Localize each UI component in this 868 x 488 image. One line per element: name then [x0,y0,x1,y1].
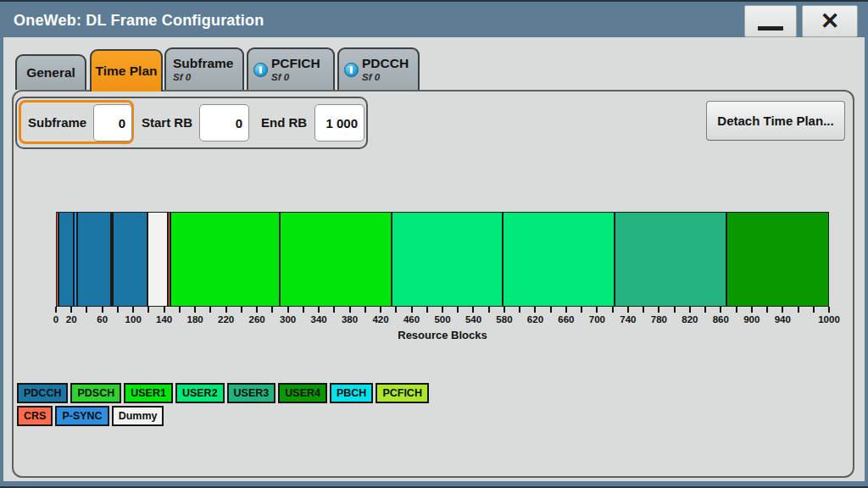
axis-tick-label: 540 [465,314,481,324]
axis-tick-label: 820 [682,314,698,324]
axis-tick-label: 220 [218,314,234,324]
chart-segment-user3 [615,212,726,307]
axis-tick [442,307,443,313]
window-title: OneWeb: DL Frame Configuration [14,3,264,37]
axis-tick [689,307,691,313]
close-icon: ✕ [821,10,840,33]
axis-tick [164,307,165,313]
tab-sublabel: Sf 0 [271,72,289,82]
axis-tick [225,307,227,313]
axis-tick [349,307,351,313]
tab-label: PCFICH [271,57,320,70]
axis-tick-label: 100 [125,314,142,324]
axis-tick [271,307,273,313]
axis-tick-label: 460 [403,314,420,324]
detach-time-plan-button[interactable]: Detach Time Plan... [706,101,845,141]
axis-tick [596,307,598,313]
axis-tick [287,307,289,313]
axis-tick-label: 780 [651,314,667,324]
x-axis-title: Resource Blocks [398,329,487,341]
tab-sublabel: Sf 0 [173,72,191,82]
axis-tick-label: 620 [527,314,543,324]
tab-general[interactable]: General [15,54,86,90]
legend-chip-pbch: PBCH [330,383,373,403]
axis-tick [782,307,783,313]
axis-tick [504,307,505,313]
axis-tick [798,307,799,313]
axis-tick [550,307,552,313]
chart-segment-user1 [170,212,281,307]
axis-tick [241,307,242,313]
axis-tick-label: 380 [342,314,358,324]
axis-tick-label: 940 [775,314,791,324]
axis-tick-label: 140 [156,314,172,324]
legend-chip-crs: CRS [17,406,53,426]
axis-tick [256,307,258,313]
axis-tick [364,307,366,313]
chart-segment-pdcch [113,212,147,307]
axis-tick [736,307,737,313]
legend-chip-pdsch: PDSCH [70,383,121,403]
end-rb-input[interactable]: 1 000 [314,104,364,141]
axis-tick [194,307,196,313]
end-rb-label: End RB [261,98,307,147]
subframe-controls-group: Subframe 0 Start RB 0 End RB 1 000 [15,97,368,149]
axis-tick-label: 500 [434,314,450,324]
axis-tick [704,307,706,313]
axis-tick-label: 180 [187,314,203,324]
legend-chip-pcfich: PCFICH [376,383,429,403]
close-button[interactable]: ✕ [802,5,858,37]
axis-tick [612,307,614,313]
axis-tick [411,307,413,313]
axis-tick-label: 1000 [818,314,840,324]
axis-tick [55,307,57,313]
tab-label: PDCCH [362,57,409,70]
axis-tick [147,307,149,313]
minimize-button[interactable] [744,5,797,37]
legend-row: CRSP-SYNCDummy [17,406,431,426]
tab-pcfich[interactable]: PCFICHSf 0 [247,47,335,90]
axis-tick [488,307,490,313]
tab-subframe[interactable]: SubframeSf 0 [164,47,244,90]
legend-chip-user1: USER1 [124,383,173,403]
start-rb-input[interactable]: 0 [199,104,249,141]
x-axis-labels: 0206010014018022026030034038042046050054… [56,314,829,327]
tab-pdcch[interactable]: PDCCHSf 0 [337,47,420,90]
info-icon [344,63,359,77]
chart-segment-user2 [503,212,615,307]
legend-chip-user4: USER4 [278,383,327,403]
subframe-label: Subframe [28,98,86,147]
axis-tick [395,307,397,313]
time-plan-panel: Subframe 0 Start RB 0 End RB 1 000 Detac… [12,90,854,478]
tab-label: General [26,65,75,80]
tab-time-plan[interactable]: Time Plan [90,49,163,92]
axis-tick [102,307,103,313]
legend-chip-user2: USER2 [175,383,225,403]
axis-tick [209,307,211,313]
dialog-window: OneWeb: DL Frame Configuration ✕ General… [0,0,868,488]
axis-tick-label: 420 [372,314,388,324]
chart-segment-pdcch [77,212,111,307]
axis-tick-label: 340 [310,314,326,324]
axis-tick-label: 0 [53,314,58,324]
tab-sublabel: Sf 0 [362,72,380,82]
axis-tick [766,307,768,313]
axis-tick-label: 260 [249,314,265,324]
chart-segment-pdcch [58,212,74,307]
subframe-input[interactable]: 0 [93,104,132,141]
axis-tick [627,307,629,313]
axis-tick [581,307,582,313]
axis-tick-label: 580 [496,314,512,324]
chart-segment-user2 [392,212,503,307]
dialog-content: GeneralTime PlanSubframeSf 0PCFICHSf 0PD… [3,37,865,481]
start-rb-label: Start RB [142,98,192,147]
axis-tick [303,307,304,313]
legend-chip-dummy: Dummy [112,406,164,426]
tab-bar: GeneralTime PlanSubframeSf 0PCFICHSf 0PD… [3,47,865,90]
axis-tick-label: 20 [66,314,77,324]
chart-segment-user1 [280,212,391,307]
axis-tick [674,307,676,313]
chart-segment-dummy [147,212,169,307]
chart-legend: PDCCHPDSCHUSER1USER2USER3USER4PBCHPCFICH… [17,383,431,429]
axis-tick-label: 860 [713,314,729,324]
